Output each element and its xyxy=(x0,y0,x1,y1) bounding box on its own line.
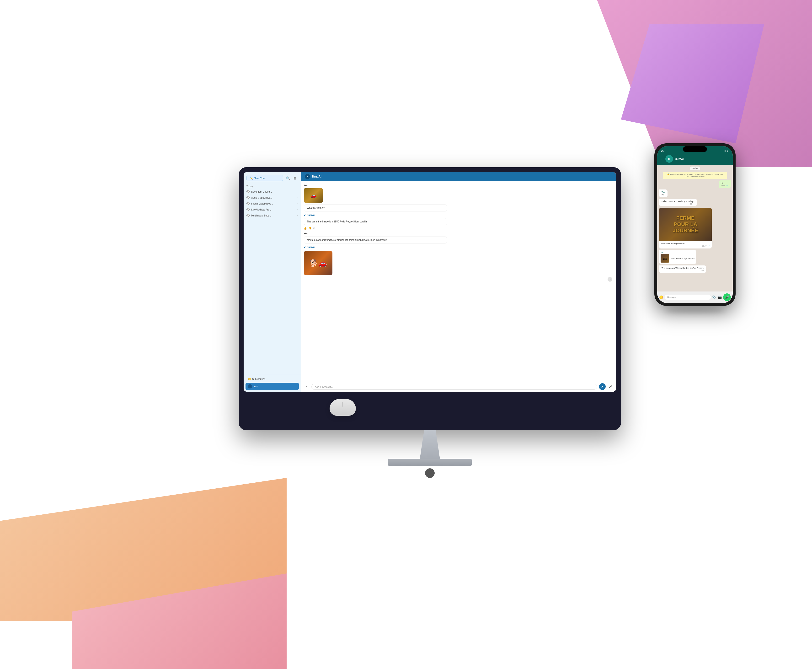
user-message-text-0: What car is this? xyxy=(307,207,325,209)
wa-response-text: The sign says 'Closed for the day' in Fr… xyxy=(661,267,704,269)
wa-date-badge: Today xyxy=(690,166,700,170)
chat-input[interactable] xyxy=(311,384,597,390)
wa-menu-button[interactable]: ⋮ xyxy=(726,157,730,161)
wa-ticks-0: ✓✓ xyxy=(726,185,728,187)
chat-messages: You 🚗 What car is this? ✓ xyxy=(301,181,616,381)
signal-icon: ||| xyxy=(725,150,726,152)
wa-time-0: 16:44 ✓✓ xyxy=(721,185,728,187)
chat-header-avatar: B xyxy=(305,174,310,179)
wa-thumb: 🖼 xyxy=(661,254,669,262)
more-icon-1: ··· xyxy=(296,197,298,199)
chat-main: B BuzzAi You 🚗 What car is this? xyxy=(301,172,616,392)
sidebar-item-text-2: Image Capabilities... xyxy=(251,202,294,205)
monitor-stand xyxy=(416,430,444,459)
wa-bubble-left-0: You Hi xyxy=(659,190,668,197)
monitor-power-button xyxy=(425,468,435,478)
chat-icon-0: 💬 xyxy=(247,190,250,193)
wa-bubble-text-0: Hi xyxy=(721,182,723,184)
wa-system-message: 🔒 This business uses a secure service fr… xyxy=(663,172,727,179)
wa-input-bar: 😊 📎 📷 🎤 xyxy=(657,291,733,303)
buzzai-name-0: BuzzAi xyxy=(307,214,315,217)
attach-button[interactable]: + xyxy=(304,384,310,390)
subscription-button[interactable]: 🎫 Subscription xyxy=(245,376,299,382)
scene: ✏️ New Chat 🔍 ⊞ Today 💬 Document Unders.… xyxy=(0,0,812,669)
wa-message-input[interactable] xyxy=(664,294,711,300)
chat-header: B BuzzAi xyxy=(301,172,616,181)
wa-attach-button[interactable]: 📎 xyxy=(712,295,716,299)
phone-notch xyxy=(683,146,707,152)
new-chat-label: New Chat xyxy=(254,177,265,180)
more-icon-2: ··· xyxy=(296,202,298,205)
user-message-0: What car is this? xyxy=(304,205,447,212)
wa-bubble-text-you-0: Hi xyxy=(661,193,664,196)
sidebar-item-text-0: Document Unders... xyxy=(251,190,294,193)
subscription-label: Subscription xyxy=(252,378,265,380)
message-group-0: You 🚗 What car is this? xyxy=(304,184,613,212)
buzzai-name-1: BuzzAi xyxy=(307,246,315,249)
wa-image-area: FERMÉPOUR LAJOURNÉE xyxy=(659,208,712,241)
wa-mic-button[interactable]: 🎤 xyxy=(723,293,731,301)
wa-response-time: 16:47 xyxy=(661,270,704,271)
sidebar-bottom: 🎫 Subscription Y Yuvi xyxy=(243,374,301,392)
send-button[interactable]: ➤ xyxy=(599,383,606,390)
wa-contact-name: BuzzAi xyxy=(675,158,725,160)
sidebar-item-text-4: Multilingual Supp... xyxy=(251,214,294,217)
sidebar-header: ✏️ New Chat 🔍 ⊞ xyxy=(243,172,301,184)
message-sender-2: You xyxy=(304,232,613,235)
ai-message-text-0: The car in the image is a 1950 Rolls-Roy… xyxy=(307,220,367,223)
phone-time: 16: xyxy=(661,150,664,152)
monitor-base xyxy=(388,459,471,466)
wa-camera-button[interactable]: 📷 xyxy=(718,295,722,299)
dislike-icon[interactable]: 👎 xyxy=(309,227,311,230)
message-sender-0: You xyxy=(304,184,613,187)
wa-header: ← B BuzzAi ⋮ xyxy=(657,153,733,165)
wa-messages: Today 🔒 This business uses a secure serv… xyxy=(657,165,733,291)
wa-bubble-right-0: Hi 16:44 ✓✓ xyxy=(719,180,731,188)
wa-avatar: B xyxy=(665,155,673,163)
phone: 16: ||| ■ ← B BuzzAi ⋮ Today xyxy=(654,143,736,306)
wa-bubble-text-1: Hello! How can I assist you today? xyxy=(661,200,695,203)
check-icon-1: ✓ xyxy=(304,246,306,249)
user-message-2: create a cartoonist image of similar car… xyxy=(304,237,447,244)
new-chat-button[interactable]: ✏️ New Chat xyxy=(247,175,283,182)
mic-button[interactable]: 🎤 xyxy=(607,384,613,390)
buzzai-label-1: ✓ BuzzAi xyxy=(304,246,613,249)
wa-sender-you-0: You xyxy=(661,191,665,193)
back-button[interactable]: ← xyxy=(660,157,663,161)
scroll-down-button[interactable]: ⬇ xyxy=(607,277,612,282)
chat-icon-1: 💬 xyxy=(247,196,250,199)
chat-header-name: BuzzAi xyxy=(312,175,322,178)
bulldog-car-image: 🐕🚗 xyxy=(304,251,332,275)
mouse[interactable] xyxy=(330,399,356,416)
like-icon[interactable]: 👍 xyxy=(304,227,307,230)
sidebar-item-2[interactable]: 💬 Image Capabilities... ··· xyxy=(243,201,301,207)
wa-image-bubble: FERMÉPOUR LAJOURNÉE What does this sign … xyxy=(659,208,712,249)
sidebar-item-1[interactable]: 💬 Audio Capabilities... ··· xyxy=(243,195,301,201)
sidebar-item-4[interactable]: 💬 Multilingual Supp... ··· xyxy=(243,213,301,219)
buzzai-label-0: ✓ BuzzAi xyxy=(304,214,613,217)
user-car-image: 🚗 xyxy=(304,188,323,203)
check-icon-0: ✓ xyxy=(304,214,306,217)
copy-icon[interactable]: ⧉ xyxy=(313,227,315,230)
monitor-screen: ✏️ New Chat 🔍 ⊞ Today 💬 Document Unders.… xyxy=(243,172,616,392)
sidebar-item-text-3: Live Updates Fro... xyxy=(251,208,294,211)
pencil-icon: ✏️ xyxy=(250,176,253,180)
settings-button[interactable]: ⊞ xyxy=(292,175,298,181)
battery-icon: ■ xyxy=(727,150,728,152)
search-button[interactable]: 🔍 xyxy=(285,175,291,181)
wa-image-caption: What does this sign means? 16:47 ✓✓ xyxy=(659,241,712,249)
sidebar-item-0[interactable]: 💬 Document Unders... ··· xyxy=(243,189,301,195)
message-group-2: You create a cartoonist image of similar… xyxy=(304,232,613,244)
wa-sender-you-1: You xyxy=(661,251,695,254)
chat-icon-4: 💬 xyxy=(247,214,250,217)
phone-wrapper: 16: ||| ■ ← B BuzzAi ⋮ Today xyxy=(654,143,736,306)
wa-emoji-button[interactable]: 😊 xyxy=(659,295,663,299)
chat-icon-3: 💬 xyxy=(247,208,250,211)
phone-shadow xyxy=(665,308,725,313)
ai-message-0: The car in the image is a 1950 Rolls-Roy… xyxy=(304,218,447,225)
user-profile-button[interactable]: Y Yuvi xyxy=(245,383,299,390)
sidebar-item-text-1: Audio Capabilities... xyxy=(251,197,294,199)
subscription-icon: 🎫 xyxy=(248,378,251,380)
more-icon-0: ··· xyxy=(296,190,298,193)
sidebar-item-3[interactable]: 💬 Live Updates Fro... ··· xyxy=(243,207,301,213)
